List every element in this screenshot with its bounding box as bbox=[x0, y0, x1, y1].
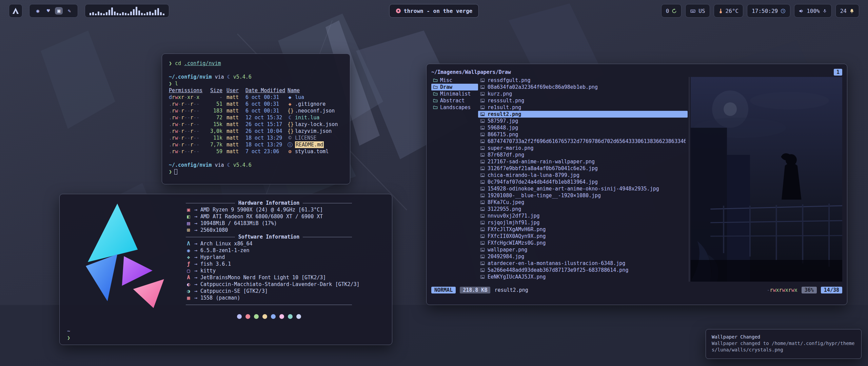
fastfetch-window[interactable]: Hardware Information ▣→AMD Ryzen 9 5900X… bbox=[59, 194, 392, 345]
temperature-module[interactable]: 26°C bbox=[714, 4, 744, 18]
fm-file-item[interactable]: 19201080-__blue-tinge__-1920×1080.jpg bbox=[478, 192, 688, 199]
refresh-icon bbox=[672, 8, 677, 14]
updates-count: 0 bbox=[666, 8, 669, 14]
image-file-icon bbox=[480, 180, 485, 184]
header-size: Size bbox=[207, 87, 222, 94]
fm-file-name: atardecer-en-la-montanas-ilustracion-634… bbox=[488, 260, 625, 266]
fm-file-item[interactable]: ressdfgult.png bbox=[478, 77, 688, 84]
launcher-button[interactable] bbox=[9, 4, 22, 18]
notifications-count: 24 bbox=[840, 8, 847, 14]
fm-file-item[interactable]: rsjqojlmjhf91.jpg bbox=[478, 219, 688, 226]
prompt-via: via bbox=[215, 74, 224, 80]
prompt-symbol: ❯ bbox=[67, 334, 70, 341]
prompt-path: ~/.config/nvim bbox=[169, 74, 212, 80]
fm-scroll-badge: 36% bbox=[802, 287, 817, 293]
info-line: ▤→10948MiB / 64183MiB (17%) bbox=[186, 220, 384, 227]
fm-file-item[interactable]: 587597.jpg bbox=[478, 118, 688, 124]
info-line: ▢→kitty bbox=[186, 267, 384, 274]
fm-file-item[interactable]: 8FKa7Cu.jpeg bbox=[478, 199, 688, 206]
workspace-icon[interactable]: ▣ bbox=[55, 7, 63, 15]
image-file-icon bbox=[480, 234, 485, 239]
keyboard-layout-module[interactable]: US bbox=[685, 4, 710, 18]
file-manager-window[interactable]: ~/Imagenes/Wallpapers/Draw 1 Misc Draw M… bbox=[426, 64, 847, 305]
fm-file-item[interactable]: 596848.jpg bbox=[478, 124, 688, 131]
image-file-icon bbox=[480, 105, 485, 110]
fm-path: ~/Imagenes/Wallpapers/Draw bbox=[431, 69, 511, 75]
fm-directory-item[interactable]: Landscapes bbox=[431, 104, 478, 111]
lua-icon: ☾ bbox=[227, 74, 230, 80]
workspace-icon[interactable]: ◉ bbox=[34, 7, 42, 15]
listing-row: .rw-r--r--7,7kmatt18 oct 13:29ⓘREADME.md bbox=[169, 141, 343, 148]
fm-file-item[interactable]: 68747470733a2f2f696d616765732d7769786d70… bbox=[478, 138, 688, 145]
info-line: ▣→AMD Ryzen 9 5900X (24) @ 4.9GHz [61.3°… bbox=[186, 206, 384, 213]
fm-file-item[interactable]: FXfcJlTXgAMvH6R.png bbox=[478, 226, 688, 233]
file-type-icon: {} bbox=[288, 121, 292, 128]
fm-file-item[interactable]: 3126f7e9bbf21a8a4af0b67b041c6e26.jpg bbox=[478, 165, 688, 172]
image-file-icon bbox=[480, 166, 485, 171]
file-type-icon: ⚙ bbox=[288, 148, 292, 155]
fm-directory-item[interactable]: Minimalist bbox=[431, 90, 478, 97]
fm-tab-badge[interactable]: 1 bbox=[834, 69, 842, 76]
fm-directory-item[interactable]: Misc bbox=[431, 77, 478, 84]
fm-directory-item[interactable]: Draw bbox=[431, 84, 478, 90]
fm-file-item[interactable]: super-mario.png bbox=[478, 145, 688, 151]
fm-sidebar: Misc Draw Minimalist Abstract Landscapes bbox=[431, 77, 478, 282]
fm-file-item[interactable]: result2.png bbox=[478, 111, 688, 118]
fm-file-name: 08a634fa02a32364f69ebc86a98eb1eb.png bbox=[488, 84, 598, 90]
fm-pane-divider bbox=[689, 77, 689, 282]
fm-file-item[interactable]: 5a266e448add93deab367d87173e9f25-6837886… bbox=[478, 267, 688, 273]
fm-file-name: super-mario.png bbox=[488, 145, 533, 151]
volume-level: 100% bbox=[807, 8, 820, 14]
fm-file-item[interactable]: 3122955.png bbox=[478, 206, 688, 212]
workspace-icon[interactable]: ♥ bbox=[44, 7, 52, 15]
topbar: ◉♥▣✎ thrown - on the verge 0 bbox=[0, 4, 868, 19]
fm-file-item[interactable]: 87r687df.png bbox=[478, 151, 688, 158]
desktop: ◉♥▣✎ thrown - on the verge 0 bbox=[0, 0, 868, 366]
image-file-icon bbox=[480, 207, 485, 211]
image-file-icon bbox=[480, 214, 485, 218]
volume-module[interactable]: 100% bbox=[794, 4, 832, 18]
fm-mode-badge: NORMAL bbox=[431, 287, 456, 293]
notifications-module[interactable]: 24 bbox=[835, 4, 859, 18]
fm-file-item[interactable]: wallpaper.png bbox=[478, 246, 688, 253]
fm-file-item[interactable]: FXfcII0X0AQyn9X.png bbox=[478, 233, 688, 240]
fm-directory-item[interactable]: Abstract bbox=[431, 97, 478, 104]
fm-image-preview bbox=[691, 77, 842, 282]
terminal-window[interactable]: ❯ cd .config/nvim ~/.config/nvim via ☾ v… bbox=[162, 54, 350, 184]
fm-file-item[interactable]: chica-mirando-la-luna-8799.jpg bbox=[478, 172, 688, 179]
fm-file-name: 3126f7e9bbf21a8a4af0b67b041c6e26.jpg bbox=[488, 165, 598, 171]
updates-module[interactable]: 0 bbox=[661, 4, 682, 18]
fm-file-item[interactable]: resssult.png bbox=[478, 97, 688, 104]
arch-logo-icon bbox=[12, 7, 19, 14]
fm-file-item[interactable]: 154928-odinokoe_anime-art-anime-okno-sin… bbox=[478, 185, 688, 192]
file-listing-rows: drwxr-xr-x-matt6 oct 00:31◆lua.rw-r--r--… bbox=[169, 94, 343, 155]
listing-row: .rw-r--r--183matt6 oct 00:31{}.neoconf.j… bbox=[169, 107, 343, 114]
fm-file-item[interactable]: 217167-sad-anime-rain-wallpaper.png bbox=[478, 158, 688, 165]
image-file-icon bbox=[480, 173, 485, 178]
workspace-icon[interactable]: ✎ bbox=[65, 7, 73, 15]
software-section-title: Software Information bbox=[186, 233, 352, 240]
fm-file-item[interactable]: atardecer-en-la-montanas-ilustracion-634… bbox=[478, 260, 688, 267]
info-line: ▦→1558 (pacman) bbox=[186, 294, 384, 301]
fetch-prompt[interactable]: ~ ❯ bbox=[67, 328, 70, 341]
music-record-icon bbox=[396, 8, 401, 14]
fm-file-item[interactable]: re1sult.png bbox=[478, 104, 688, 111]
active-prompt[interactable]: ❯ bbox=[169, 168, 343, 175]
fm-file-item[interactable]: 20492984.jpg bbox=[478, 253, 688, 260]
fm-file-name: 20492984.jpg bbox=[488, 253, 524, 260]
cava-graph bbox=[85, 4, 169, 18]
prompt-path: ~/.config/nvim bbox=[169, 162, 212, 168]
fm-file-item[interactable]: 866715.png bbox=[478, 131, 688, 138]
image-file-icon bbox=[480, 268, 485, 272]
fm-file-item[interactable]: 0c794faf07de24a4db4d4fb1eb813964.jpg bbox=[478, 179, 688, 185]
notification-title: Wallpaper Changed bbox=[712, 334, 855, 340]
color-dots bbox=[186, 314, 352, 319]
clock-module[interactable]: 17:50:29 bbox=[747, 4, 790, 18]
fm-file-item[interactable]: FXfcHgcWIAMzs0G.png bbox=[478, 240, 688, 246]
fm-file-item[interactable]: EeNKYgIUcAAJ5JX.png bbox=[478, 273, 688, 280]
fm-file-item[interactable]: kurz.png bbox=[478, 90, 688, 97]
fm-file-item[interactable]: 08a634fa02a32364f69ebc86a98eb1eb.png bbox=[478, 84, 688, 90]
fm-file-item[interactable]: nnvuv0xj2df71.jpg bbox=[478, 212, 688, 219]
notification-popup[interactable]: Wallpaper Changed Wallpaper changed to /… bbox=[706, 329, 862, 359]
music-player-pill[interactable]: thrown - on the verge bbox=[389, 4, 479, 18]
